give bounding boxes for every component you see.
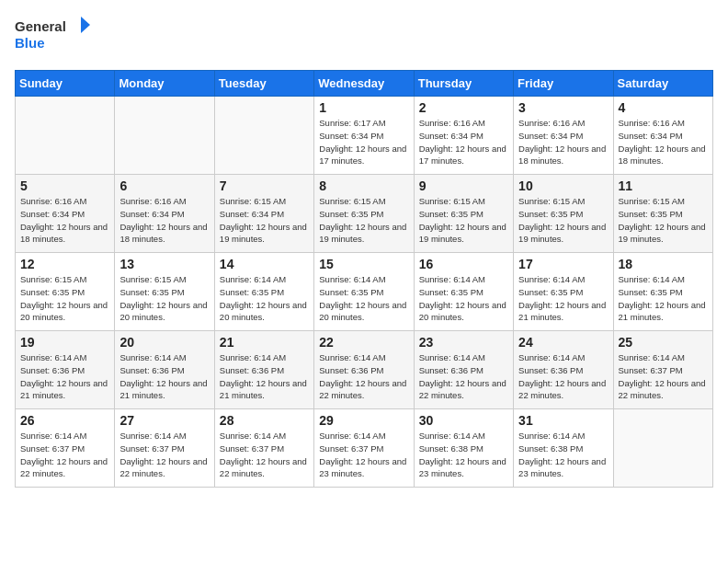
calendar-cell: 29Sunrise: 6:14 AM Sunset: 6:37 PM Dayli… <box>314 409 414 488</box>
day-number: 26 <box>20 413 109 428</box>
day-info: Sunrise: 6:14 AM Sunset: 6:38 PM Dayligh… <box>419 430 508 480</box>
calendar-cell <box>613 409 712 488</box>
weekday-monday: Monday <box>115 71 214 97</box>
calendar-cell: 27Sunrise: 6:14 AM Sunset: 6:37 PM Dayli… <box>115 409 214 488</box>
svg-text:Blue: Blue <box>15 35 45 51</box>
calendar-week-5: 26Sunrise: 6:14 AM Sunset: 6:37 PM Dayli… <box>16 409 713 488</box>
day-number: 31 <box>518 413 608 428</box>
calendar-cell: 22Sunrise: 6:14 AM Sunset: 6:36 PM Dayli… <box>314 331 414 409</box>
calendar-cell: 1Sunrise: 6:17 AM Sunset: 6:34 PM Daylig… <box>314 97 414 175</box>
day-number: 29 <box>319 413 408 428</box>
day-number: 8 <box>319 178 408 193</box>
day-number: 27 <box>119 413 209 428</box>
calendar-cell: 14Sunrise: 6:14 AM Sunset: 6:35 PM Dayli… <box>214 253 313 331</box>
day-info: Sunrise: 6:15 AM Sunset: 6:34 PM Dayligh… <box>220 195 309 246</box>
calendar-cell <box>115 97 214 175</box>
day-info: Sunrise: 6:16 AM Sunset: 6:34 PM Dayligh… <box>419 117 508 167</box>
day-number: 2 <box>419 100 508 115</box>
day-info: Sunrise: 6:14 AM Sunset: 6:36 PM Dayligh… <box>119 351 209 402</box>
day-number: 20 <box>119 335 209 350</box>
day-number: 11 <box>619 178 708 193</box>
day-info: Sunrise: 6:17 AM Sunset: 6:34 PM Dayligh… <box>319 117 408 167</box>
calendar-cell: 16Sunrise: 6:14 AM Sunset: 6:35 PM Dayli… <box>414 253 513 331</box>
day-number: 13 <box>119 257 209 271</box>
day-number: 16 <box>419 257 508 271</box>
calendar-week-3: 12Sunrise: 6:15 AM Sunset: 6:35 PM Dayli… <box>16 253 713 331</box>
calendar-cell: 21Sunrise: 6:14 AM Sunset: 6:36 PM Dayli… <box>214 331 313 409</box>
calendar-cell: 11Sunrise: 6:15 AM Sunset: 6:35 PM Dayli… <box>613 175 712 253</box>
logo: General Blue <box>15 15 97 59</box>
logo-content: General Blue <box>15 15 97 59</box>
day-number: 19 <box>20 335 109 350</box>
weekday-wednesday: Wednesday <box>314 71 414 97</box>
calendar-cell: 15Sunrise: 6:14 AM Sunset: 6:35 PM Dayli… <box>314 253 414 331</box>
day-info: Sunrise: 6:15 AM Sunset: 6:35 PM Dayligh… <box>20 273 109 324</box>
calendar-cell: 24Sunrise: 6:14 AM Sunset: 6:36 PM Dayli… <box>514 331 613 409</box>
calendar-cell: 31Sunrise: 6:14 AM Sunset: 6:38 PM Dayli… <box>514 409 613 488</box>
day-info: Sunrise: 6:14 AM Sunset: 6:37 PM Dayligh… <box>119 430 209 480</box>
day-info: Sunrise: 6:16 AM Sunset: 6:34 PM Dayligh… <box>619 117 708 167</box>
day-number: 10 <box>518 178 608 193</box>
day-number: 23 <box>419 335 508 350</box>
calendar-cell: 19Sunrise: 6:14 AM Sunset: 6:36 PM Dayli… <box>16 331 115 409</box>
calendar-table: SundayMondayTuesdayWednesdayThursdayFrid… <box>15 70 713 488</box>
day-number: 18 <box>619 257 708 271</box>
weekday-saturday: Saturday <box>613 71 712 97</box>
day-info: Sunrise: 6:15 AM Sunset: 6:35 PM Dayligh… <box>119 273 209 324</box>
day-number: 5 <box>20 178 109 193</box>
day-info: Sunrise: 6:16 AM Sunset: 6:34 PM Dayligh… <box>20 195 109 246</box>
day-number: 1 <box>319 100 408 115</box>
day-info: Sunrise: 6:14 AM Sunset: 6:36 PM Dayligh… <box>220 351 309 402</box>
day-number: 30 <box>419 413 508 428</box>
calendar-cell: 30Sunrise: 6:14 AM Sunset: 6:38 PM Dayli… <box>414 409 513 488</box>
day-info: Sunrise: 6:14 AM Sunset: 6:37 PM Dayligh… <box>619 351 708 402</box>
day-info: Sunrise: 6:15 AM Sunset: 6:35 PM Dayligh… <box>518 195 608 246</box>
day-number: 4 <box>619 100 708 115</box>
calendar-cell: 4Sunrise: 6:16 AM Sunset: 6:34 PM Daylig… <box>613 97 712 175</box>
day-number: 12 <box>20 257 109 271</box>
calendar-cell: 25Sunrise: 6:14 AM Sunset: 6:37 PM Dayli… <box>613 331 712 409</box>
calendar-cell: 13Sunrise: 6:15 AM Sunset: 6:35 PM Dayli… <box>115 253 214 331</box>
day-info: Sunrise: 6:14 AM Sunset: 6:35 PM Dayligh… <box>419 273 508 324</box>
weekday-friday: Friday <box>514 71 613 97</box>
calendar-week-4: 19Sunrise: 6:14 AM Sunset: 6:36 PM Dayli… <box>16 331 713 409</box>
calendar-cell: 28Sunrise: 6:14 AM Sunset: 6:37 PM Dayli… <box>214 409 313 488</box>
calendar-week-2: 5Sunrise: 6:16 AM Sunset: 6:34 PM Daylig… <box>16 175 713 253</box>
weekday-tuesday: Tuesday <box>214 71 313 97</box>
calendar-cell: 17Sunrise: 6:14 AM Sunset: 6:35 PM Dayli… <box>514 253 613 331</box>
day-info: Sunrise: 6:16 AM Sunset: 6:34 PM Dayligh… <box>518 117 608 167</box>
day-info: Sunrise: 6:14 AM Sunset: 6:37 PM Dayligh… <box>20 430 109 480</box>
calendar-cell: 12Sunrise: 6:15 AM Sunset: 6:35 PM Dayli… <box>16 253 115 331</box>
calendar-cell: 23Sunrise: 6:14 AM Sunset: 6:36 PM Dayli… <box>414 331 513 409</box>
day-number: 28 <box>220 413 309 428</box>
day-info: Sunrise: 6:15 AM Sunset: 6:35 PM Dayligh… <box>319 195 408 246</box>
calendar-cell: 10Sunrise: 6:15 AM Sunset: 6:35 PM Dayli… <box>514 175 613 253</box>
day-number: 14 <box>220 257 309 271</box>
calendar-cell <box>214 97 313 175</box>
day-info: Sunrise: 6:14 AM Sunset: 6:38 PM Dayligh… <box>518 430 608 480</box>
day-info: Sunrise: 6:14 AM Sunset: 6:35 PM Dayligh… <box>319 273 408 324</box>
day-number: 24 <box>518 335 608 350</box>
day-info: Sunrise: 6:16 AM Sunset: 6:34 PM Dayligh… <box>119 195 209 246</box>
calendar-cell: 6Sunrise: 6:16 AM Sunset: 6:34 PM Daylig… <box>115 175 214 253</box>
calendar-cell: 9Sunrise: 6:15 AM Sunset: 6:35 PM Daylig… <box>414 175 513 253</box>
day-number: 21 <box>220 335 309 350</box>
svg-text:General: General <box>15 18 66 34</box>
day-number: 6 <box>119 178 209 193</box>
day-number: 22 <box>319 335 408 350</box>
day-info: Sunrise: 6:15 AM Sunset: 6:35 PM Dayligh… <box>619 195 708 246</box>
header: General Blue <box>15 15 713 59</box>
calendar-cell: 2Sunrise: 6:16 AM Sunset: 6:34 PM Daylig… <box>414 97 513 175</box>
weekday-sunday: Sunday <box>16 71 115 97</box>
day-number: 7 <box>220 178 309 193</box>
calendar-cell: 7Sunrise: 6:15 AM Sunset: 6:34 PM Daylig… <box>214 175 313 253</box>
calendar-cell: 5Sunrise: 6:16 AM Sunset: 6:34 PM Daylig… <box>16 175 115 253</box>
day-info: Sunrise: 6:14 AM Sunset: 6:35 PM Dayligh… <box>518 273 608 324</box>
calendar-cell: 3Sunrise: 6:16 AM Sunset: 6:34 PM Daylig… <box>514 97 613 175</box>
day-info: Sunrise: 6:14 AM Sunset: 6:36 PM Dayligh… <box>419 351 508 402</box>
weekday-header-row: SundayMondayTuesdayWednesdayThursdayFrid… <box>16 71 713 97</box>
day-info: Sunrise: 6:14 AM Sunset: 6:37 PM Dayligh… <box>319 430 408 480</box>
generalblue-logo: General Blue <box>15 15 97 55</box>
svg-marker-1 <box>81 17 90 33</box>
day-info: Sunrise: 6:14 AM Sunset: 6:35 PM Dayligh… <box>619 273 708 324</box>
